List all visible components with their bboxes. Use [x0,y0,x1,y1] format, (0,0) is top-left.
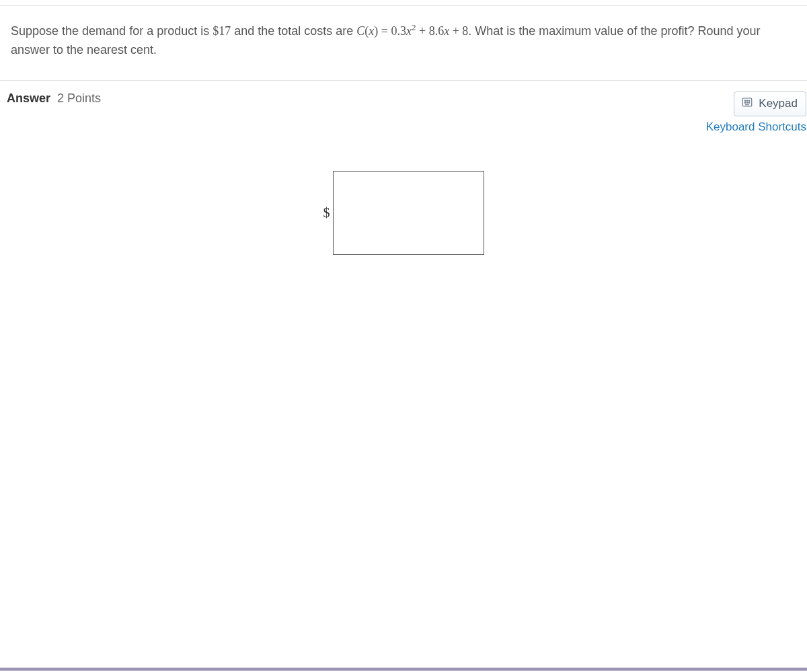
q-eq: = [378,24,391,38]
answer-left: Answer 2 Points [7,91,101,106]
answer-right: Keypad Keyboard Shortcuts [706,91,807,134]
q-x2: x [406,24,412,38]
q-price: $17 [213,24,231,38]
answer-input[interactable] [333,171,484,255]
svg-point-5 [747,102,748,103]
question-text: Suppose the demand for a product is $17 … [0,6,807,80]
answer-header: Answer 2 Points Keypad Keyboard Shortcut… [0,81,807,134]
keypad-button-label: Keypad [759,97,798,110]
keyboard-shortcuts-link[interactable]: Keyboard Shortcuts [706,120,806,134]
q-const: 8 [462,24,468,38]
q-coef1: 0.3 [391,24,407,38]
keypad-icon [741,96,753,112]
keypad-button[interactable]: Keypad [734,91,806,116]
svg-point-3 [749,100,750,101]
q-coef2: 8.6 [429,24,445,38]
svg-point-6 [749,102,750,103]
q-func-c: C [356,24,364,38]
svg-point-1 [745,100,746,101]
svg-point-4 [745,102,746,103]
points-label: 2 Points [57,91,101,106]
q-text: Suppose the demand for a product is [11,24,213,38]
answer-input-row: $ [0,171,807,255]
q-plus2: + [449,24,462,38]
q-plus1: + [416,24,428,38]
q-x3: x [444,24,449,38]
svg-point-2 [747,100,748,101]
answer-label: Answer [7,91,50,106]
q-mid1: and the total costs are [231,24,356,38]
footer-bar [0,668,807,671]
currency-symbol: $ [323,205,330,221]
